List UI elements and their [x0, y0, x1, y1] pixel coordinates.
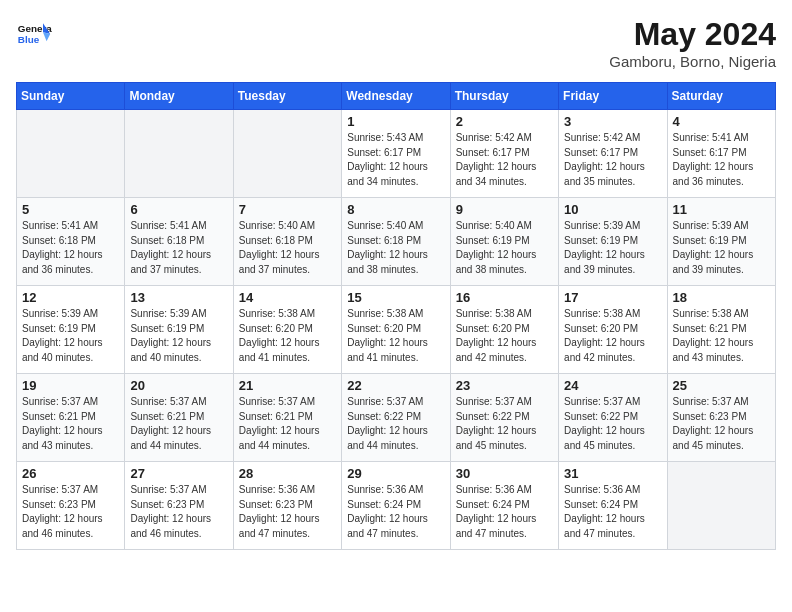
logo-icon: General Blue — [16, 16, 52, 52]
day-of-week-sunday: Sunday — [17, 83, 125, 110]
calendar-cell: 20Sunrise: 5:37 AM Sunset: 6:21 PM Dayli… — [125, 374, 233, 462]
day-info: Sunrise: 5:42 AM Sunset: 6:17 PM Dayligh… — [456, 131, 553, 189]
day-info: Sunrise: 5:36 AM Sunset: 6:24 PM Dayligh… — [564, 483, 661, 541]
day-info: Sunrise: 5:37 AM Sunset: 6:23 PM Dayligh… — [22, 483, 119, 541]
day-info: Sunrise: 5:37 AM Sunset: 6:23 PM Dayligh… — [130, 483, 227, 541]
calendar-cell: 30Sunrise: 5:36 AM Sunset: 6:24 PM Dayli… — [450, 462, 558, 550]
calendar-week-2: 5Sunrise: 5:41 AM Sunset: 6:18 PM Daylig… — [17, 198, 776, 286]
day-info: Sunrise: 5:37 AM Sunset: 6:22 PM Dayligh… — [564, 395, 661, 453]
day-number: 1 — [347, 114, 444, 129]
calendar-cell: 18Sunrise: 5:38 AM Sunset: 6:21 PM Dayli… — [667, 286, 775, 374]
day-info: Sunrise: 5:38 AM Sunset: 6:20 PM Dayligh… — [347, 307, 444, 365]
day-info: Sunrise: 5:39 AM Sunset: 6:19 PM Dayligh… — [564, 219, 661, 277]
calendar-cell: 17Sunrise: 5:38 AM Sunset: 6:20 PM Dayli… — [559, 286, 667, 374]
month-title: May 2024 — [609, 16, 776, 53]
day-of-week-tuesday: Tuesday — [233, 83, 341, 110]
calendar-cell: 11Sunrise: 5:39 AM Sunset: 6:19 PM Dayli… — [667, 198, 775, 286]
day-info: Sunrise: 5:39 AM Sunset: 6:19 PM Dayligh… — [130, 307, 227, 365]
calendar-cell: 14Sunrise: 5:38 AM Sunset: 6:20 PM Dayli… — [233, 286, 341, 374]
day-info: Sunrise: 5:41 AM Sunset: 6:18 PM Dayligh… — [130, 219, 227, 277]
day-info: Sunrise: 5:37 AM Sunset: 6:21 PM Dayligh… — [22, 395, 119, 453]
day-info: Sunrise: 5:38 AM Sunset: 6:20 PM Dayligh… — [564, 307, 661, 365]
page-header: General Blue May 2024 Gamboru, Borno, Ni… — [16, 16, 776, 70]
day-info: Sunrise: 5:41 AM Sunset: 6:17 PM Dayligh… — [673, 131, 770, 189]
day-number: 18 — [673, 290, 770, 305]
day-number: 27 — [130, 466, 227, 481]
day-info: Sunrise: 5:36 AM Sunset: 6:23 PM Dayligh… — [239, 483, 336, 541]
day-header-row: SundayMondayTuesdayWednesdayThursdayFrid… — [17, 83, 776, 110]
calendar-table: SundayMondayTuesdayWednesdayThursdayFrid… — [16, 82, 776, 550]
day-of-week-wednesday: Wednesday — [342, 83, 450, 110]
day-number: 24 — [564, 378, 661, 393]
day-info: Sunrise: 5:36 AM Sunset: 6:24 PM Dayligh… — [456, 483, 553, 541]
calendar-cell: 4Sunrise: 5:41 AM Sunset: 6:17 PM Daylig… — [667, 110, 775, 198]
calendar-cell: 1Sunrise: 5:43 AM Sunset: 6:17 PM Daylig… — [342, 110, 450, 198]
title-block: May 2024 Gamboru, Borno, Nigeria — [609, 16, 776, 70]
calendar-cell: 24Sunrise: 5:37 AM Sunset: 6:22 PM Dayli… — [559, 374, 667, 462]
day-info: Sunrise: 5:40 AM Sunset: 6:18 PM Dayligh… — [347, 219, 444, 277]
day-number: 22 — [347, 378, 444, 393]
day-number: 13 — [130, 290, 227, 305]
calendar-cell: 15Sunrise: 5:38 AM Sunset: 6:20 PM Dayli… — [342, 286, 450, 374]
day-of-week-thursday: Thursday — [450, 83, 558, 110]
calendar-cell: 3Sunrise: 5:42 AM Sunset: 6:17 PM Daylig… — [559, 110, 667, 198]
day-info: Sunrise: 5:37 AM Sunset: 6:22 PM Dayligh… — [347, 395, 444, 453]
day-number: 11 — [673, 202, 770, 217]
day-info: Sunrise: 5:37 AM Sunset: 6:21 PM Dayligh… — [130, 395, 227, 453]
day-number: 25 — [673, 378, 770, 393]
calendar-cell: 12Sunrise: 5:39 AM Sunset: 6:19 PM Dayli… — [17, 286, 125, 374]
day-number: 4 — [673, 114, 770, 129]
calendar-cell: 23Sunrise: 5:37 AM Sunset: 6:22 PM Dayli… — [450, 374, 558, 462]
day-info: Sunrise: 5:36 AM Sunset: 6:24 PM Dayligh… — [347, 483, 444, 541]
calendar-cell — [17, 110, 125, 198]
day-number: 10 — [564, 202, 661, 217]
day-number: 30 — [456, 466, 553, 481]
day-info: Sunrise: 5:37 AM Sunset: 6:21 PM Dayligh… — [239, 395, 336, 453]
day-info: Sunrise: 5:40 AM Sunset: 6:18 PM Dayligh… — [239, 219, 336, 277]
day-info: Sunrise: 5:37 AM Sunset: 6:22 PM Dayligh… — [456, 395, 553, 453]
calendar-cell: 25Sunrise: 5:37 AM Sunset: 6:23 PM Dayli… — [667, 374, 775, 462]
day-of-week-saturday: Saturday — [667, 83, 775, 110]
calendar-week-3: 12Sunrise: 5:39 AM Sunset: 6:19 PM Dayli… — [17, 286, 776, 374]
calendar-week-1: 1Sunrise: 5:43 AM Sunset: 6:17 PM Daylig… — [17, 110, 776, 198]
calendar-cell: 2Sunrise: 5:42 AM Sunset: 6:17 PM Daylig… — [450, 110, 558, 198]
day-info: Sunrise: 5:39 AM Sunset: 6:19 PM Dayligh… — [22, 307, 119, 365]
day-number: 31 — [564, 466, 661, 481]
day-number: 3 — [564, 114, 661, 129]
calendar-cell: 8Sunrise: 5:40 AM Sunset: 6:18 PM Daylig… — [342, 198, 450, 286]
calendar-week-4: 19Sunrise: 5:37 AM Sunset: 6:21 PM Dayli… — [17, 374, 776, 462]
day-number: 23 — [456, 378, 553, 393]
day-of-week-monday: Monday — [125, 83, 233, 110]
svg-text:Blue: Blue — [18, 34, 40, 45]
calendar-cell: 22Sunrise: 5:37 AM Sunset: 6:22 PM Dayli… — [342, 374, 450, 462]
calendar-cell: 9Sunrise: 5:40 AM Sunset: 6:19 PM Daylig… — [450, 198, 558, 286]
day-number: 17 — [564, 290, 661, 305]
day-info: Sunrise: 5:38 AM Sunset: 6:21 PM Dayligh… — [673, 307, 770, 365]
calendar-cell: 29Sunrise: 5:36 AM Sunset: 6:24 PM Dayli… — [342, 462, 450, 550]
calendar-cell: 28Sunrise: 5:36 AM Sunset: 6:23 PM Dayli… — [233, 462, 341, 550]
day-number: 19 — [22, 378, 119, 393]
day-number: 6 — [130, 202, 227, 217]
day-info: Sunrise: 5:41 AM Sunset: 6:18 PM Dayligh… — [22, 219, 119, 277]
location-subtitle: Gamboru, Borno, Nigeria — [609, 53, 776, 70]
day-info: Sunrise: 5:38 AM Sunset: 6:20 PM Dayligh… — [239, 307, 336, 365]
day-info: Sunrise: 5:37 AM Sunset: 6:23 PM Dayligh… — [673, 395, 770, 453]
day-info: Sunrise: 5:40 AM Sunset: 6:19 PM Dayligh… — [456, 219, 553, 277]
day-number: 28 — [239, 466, 336, 481]
day-number: 15 — [347, 290, 444, 305]
calendar-cell: 26Sunrise: 5:37 AM Sunset: 6:23 PM Dayli… — [17, 462, 125, 550]
day-number: 20 — [130, 378, 227, 393]
calendar-cell: 10Sunrise: 5:39 AM Sunset: 6:19 PM Dayli… — [559, 198, 667, 286]
calendar-week-5: 26Sunrise: 5:37 AM Sunset: 6:23 PM Dayli… — [17, 462, 776, 550]
day-number: 7 — [239, 202, 336, 217]
day-number: 5 — [22, 202, 119, 217]
calendar-cell: 13Sunrise: 5:39 AM Sunset: 6:19 PM Dayli… — [125, 286, 233, 374]
logo: General Blue — [16, 16, 52, 52]
day-number: 21 — [239, 378, 336, 393]
day-number: 9 — [456, 202, 553, 217]
calendar-cell: 6Sunrise: 5:41 AM Sunset: 6:18 PM Daylig… — [125, 198, 233, 286]
calendar-cell: 21Sunrise: 5:37 AM Sunset: 6:21 PM Dayli… — [233, 374, 341, 462]
day-number: 8 — [347, 202, 444, 217]
calendar-cell: 5Sunrise: 5:41 AM Sunset: 6:18 PM Daylig… — [17, 198, 125, 286]
calendar-cell — [667, 462, 775, 550]
